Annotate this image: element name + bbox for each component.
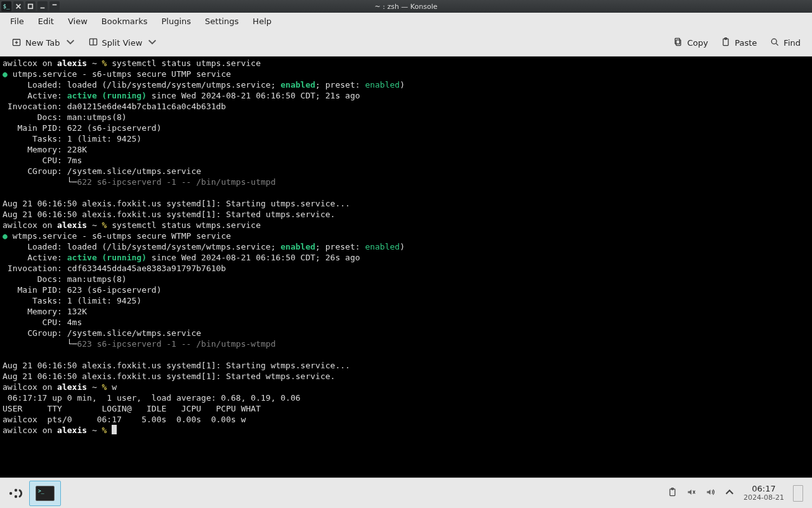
paste-icon bbox=[721, 37, 731, 49]
chevron-down-icon[interactable] bbox=[65, 37, 75, 49]
svg-rect-11 bbox=[670, 489, 675, 495]
menu-bookmarks[interactable]: Bookmarks bbox=[95, 15, 154, 28]
tray-expand-icon[interactable] bbox=[724, 487, 735, 499]
menu-view[interactable]: View bbox=[62, 15, 94, 28]
menu-edit[interactable]: Edit bbox=[32, 15, 60, 28]
prompt-host: alexis bbox=[57, 58, 87, 68]
menu-settings[interactable]: Settings bbox=[199, 15, 245, 28]
menu-file[interactable]: File bbox=[4, 15, 30, 28]
copy-button[interactable]: Copy bbox=[667, 33, 714, 53]
terminal-icon bbox=[36, 486, 55, 501]
command-line: systemctl status utmps.service bbox=[112, 58, 261, 68]
toolbar: New Tab Split View Copy Paste Find bbox=[0, 29, 812, 57]
menu-help[interactable]: Help bbox=[246, 15, 278, 28]
status-dot-icon: ● bbox=[3, 69, 8, 79]
app-menu-icon[interactable]: $_ bbox=[1, 1, 11, 11]
volume-muted-icon[interactable] bbox=[686, 487, 697, 499]
window-minimize-button[interactable] bbox=[37, 1, 48, 11]
svg-rect-5 bbox=[723, 39, 728, 45]
svg-point-10 bbox=[15, 495, 17, 497]
new-tab-icon bbox=[11, 37, 22, 49]
log-line: Aug 21 06:16:50 alexis.foxkit.us systemd… bbox=[3, 361, 350, 370]
active-state: active (running) bbox=[67, 253, 147, 262]
split-view-button[interactable]: Split View bbox=[82, 33, 164, 53]
clipboard-tray-icon[interactable] bbox=[667, 487, 678, 499]
find-button[interactable]: Find bbox=[763, 33, 807, 53]
taskbar: 06:17 2024-08-21 bbox=[0, 478, 812, 508]
window-close-button[interactable] bbox=[13, 1, 23, 11]
terminal-output[interactable]: awilcox on alexis ~ % systemctl status u… bbox=[0, 57, 812, 481]
new-tab-label: New Tab bbox=[25, 38, 60, 48]
copy-label: Copy bbox=[687, 38, 708, 48]
taskbar-item-konsole[interactable] bbox=[29, 481, 61, 506]
volume-icon[interactable] bbox=[705, 487, 716, 499]
new-tab-button[interactable]: New Tab bbox=[5, 33, 82, 53]
split-view-label: Split View bbox=[102, 38, 143, 48]
svg-point-8 bbox=[10, 491, 12, 494]
svg-point-7 bbox=[772, 39, 777, 44]
kde-logo-icon bbox=[7, 486, 22, 501]
menu-plugins[interactable]: Plugins bbox=[155, 15, 197, 28]
clock-date: 2024-08-21 bbox=[743, 493, 784, 502]
paste-label: Paste bbox=[735, 38, 757, 48]
clock-time: 06:17 bbox=[743, 485, 784, 493]
system-tray: 06:17 2024-08-21 bbox=[667, 485, 808, 502]
window-titlebar: $_ ~ : zsh — Konsole bbox=[0, 0, 812, 13]
active-state: active (running) bbox=[67, 91, 147, 100]
window-title: ~ : zsh — Konsole bbox=[0, 3, 812, 11]
find-label: Find bbox=[783, 38, 801, 48]
app-launcher-button[interactable] bbox=[4, 483, 25, 504]
service-header: wtmps.service - s6-utmps secure WTMP ser… bbox=[13, 231, 231, 241]
terminal-cursor bbox=[112, 425, 117, 434]
search-icon bbox=[769, 37, 780, 49]
command-line: systemctl status wtmps.service bbox=[112, 220, 261, 230]
prompt-user: awilcox bbox=[3, 58, 37, 68]
svg-point-9 bbox=[15, 488, 17, 491]
taskbar-clock[interactable]: 06:17 2024-08-21 bbox=[743, 485, 784, 502]
w-header: USER TTY LOGIN@ IDLE JCPU PCPU WHAT bbox=[3, 404, 261, 413]
status-dot-icon: ● bbox=[3, 231, 8, 241]
log-line: Aug 21 06:16:50 alexis.foxkit.us systemd… bbox=[3, 199, 350, 208]
window-restore-button[interactable] bbox=[49, 1, 60, 11]
copy-icon bbox=[673, 37, 683, 49]
svg-rect-0 bbox=[29, 4, 33, 9]
menubar: File Edit View Bookmarks Plugins Setting… bbox=[0, 13, 812, 29]
paste-button[interactable]: Paste bbox=[714, 33, 763, 53]
log-line: Aug 21 06:16:50 alexis.foxkit.us systemd… bbox=[3, 371, 335, 381]
window-maximize-button[interactable] bbox=[25, 1, 36, 11]
show-desktop-button[interactable] bbox=[793, 485, 803, 502]
w-row: awilcox pts/0 06:17 5.00s 0.00s 0.00s w bbox=[3, 415, 246, 424]
log-line: Aug 21 06:16:50 alexis.foxkit.us systemd… bbox=[3, 210, 335, 219]
w-summary: 06:17:17 up 0 min, 1 user, load average:… bbox=[3, 393, 301, 403]
chevron-down-icon[interactable] bbox=[147, 37, 157, 49]
split-view-icon bbox=[88, 37, 98, 49]
command-line: w bbox=[112, 382, 117, 392]
prompt-sigil: % bbox=[102, 58, 107, 68]
service-header: utmps.service - s6-utmps secure UTMP ser… bbox=[13, 69, 231, 79]
